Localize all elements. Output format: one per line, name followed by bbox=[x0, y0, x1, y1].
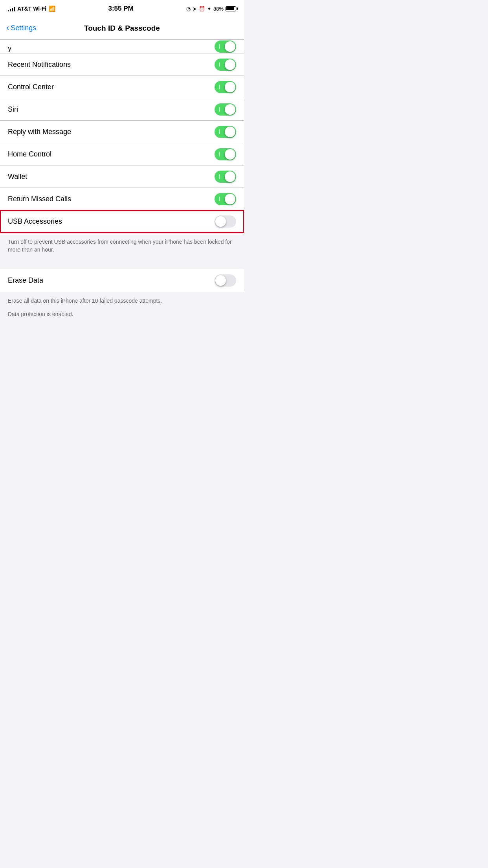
back-button[interactable]: ‹ Settings bbox=[6, 24, 36, 32]
page-title: Touch ID & Passcode bbox=[84, 24, 160, 33]
section-spacer bbox=[0, 261, 244, 269]
status-left: AT&T Wi-Fi 📶 bbox=[8, 6, 55, 12]
footer-descriptions: Erase all data on this iPhone after 10 f… bbox=[0, 292, 244, 318]
wallet-toggle[interactable] bbox=[215, 171, 236, 183]
control-center-toggle[interactable] bbox=[215, 81, 236, 93]
erase-data-row: Erase Data bbox=[0, 269, 244, 292]
status-time: 3:55 PM bbox=[108, 5, 133, 13]
wallet-row: Wallet bbox=[0, 166, 244, 188]
recent-notifications-label: Recent Notifications bbox=[8, 61, 71, 69]
wallet-label: Wallet bbox=[8, 173, 27, 181]
status-right: ◔ ➤ ⏰ ✦ 88% bbox=[186, 6, 236, 12]
back-label: Settings bbox=[11, 24, 36, 32]
wifi-icon: 📶 bbox=[49, 6, 55, 12]
location-icon: ◔ bbox=[186, 6, 191, 12]
siri-label: Siri bbox=[8, 105, 18, 114]
usb-accessories-label: USB Accessories bbox=[8, 217, 62, 226]
partial-label: y bbox=[8, 44, 11, 53]
return-missed-calls-label: Return Missed Calls bbox=[8, 195, 71, 203]
carrier-label: AT&T Wi-Fi bbox=[17, 6, 46, 12]
reply-message-label: Reply with Message bbox=[8, 128, 71, 136]
usb-accessories-row: USB Accessories bbox=[0, 210, 244, 233]
signal-icon bbox=[8, 6, 15, 11]
siri-row: Siri bbox=[0, 98, 244, 121]
siri-toggle[interactable] bbox=[215, 103, 236, 116]
recent-notifications-row: Recent Notifications bbox=[0, 53, 244, 76]
bluetooth-icon: ✦ bbox=[207, 6, 211, 12]
partial-row: y bbox=[0, 40, 244, 53]
return-missed-calls-row: Return Missed Calls bbox=[0, 188, 244, 210]
allow-access-section: y Recent Notifications Control Center bbox=[0, 39, 244, 233]
return-missed-calls-toggle[interactable] bbox=[215, 193, 236, 205]
home-control-toggle[interactable] bbox=[215, 148, 236, 160]
erase-description-1: Erase all data on this iPhone after 10 f… bbox=[8, 297, 236, 305]
usb-description-text: Turn off to prevent USB accessories from… bbox=[8, 239, 232, 253]
home-control-row: Home Control bbox=[0, 143, 244, 166]
navigation-icon: ➤ bbox=[193, 6, 197, 12]
nav-bar: ‹ Settings Touch ID & Passcode bbox=[0, 17, 244, 39]
control-center-row: Control Center bbox=[0, 76, 244, 98]
partial-toggle[interactable] bbox=[215, 40, 236, 53]
battery-pct: 88% bbox=[213, 6, 224, 12]
alarm-icon: ⏰ bbox=[199, 6, 205, 12]
reply-message-row: Reply with Message bbox=[0, 121, 244, 143]
back-chevron-icon: ‹ bbox=[6, 24, 9, 32]
control-center-label: Control Center bbox=[8, 83, 54, 91]
reply-message-toggle[interactable] bbox=[215, 126, 236, 138]
home-control-label: Home Control bbox=[8, 150, 51, 158]
usb-accessories-toggle[interactable] bbox=[215, 215, 236, 228]
status-bar: AT&T Wi-Fi 📶 3:55 PM ◔ ➤ ⏰ ✦ 88% bbox=[0, 0, 244, 17]
battery-icon bbox=[226, 6, 236, 11]
erase-data-toggle[interactable] bbox=[215, 274, 236, 287]
usb-description-block: Turn off to prevent USB accessories from… bbox=[0, 233, 244, 261]
erase-description-2: Data protection is enabled. bbox=[8, 310, 236, 318]
recent-notifications-toggle[interactable] bbox=[215, 59, 236, 71]
erase-data-label: Erase Data bbox=[8, 276, 43, 285]
erase-data-section: Erase Data bbox=[0, 269, 244, 292]
